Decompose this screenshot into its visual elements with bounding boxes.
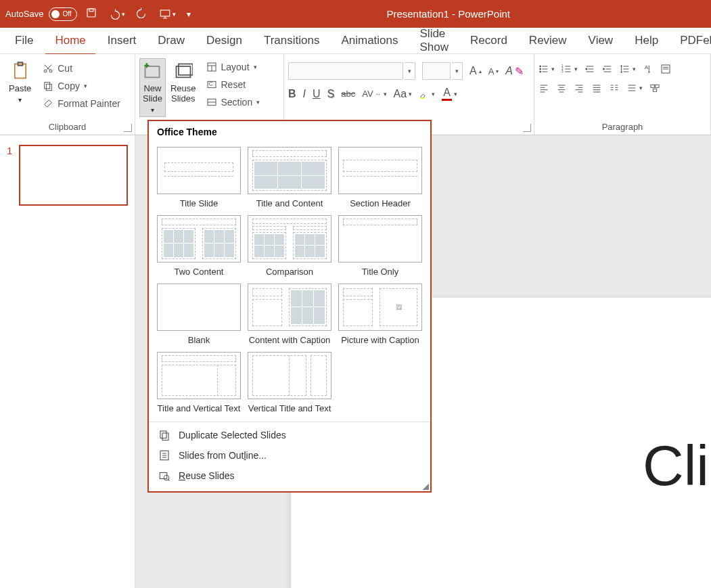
svg-point-18 xyxy=(540,71,541,72)
layout-vertical-title-and-text[interactable]: Vertical Title and Text xyxy=(248,352,331,415)
format-painter-label: Format Painter xyxy=(58,98,120,109)
tab-record[interactable]: Record xyxy=(461,30,517,51)
font-name-dropdown[interactable]: ▾ xyxy=(405,62,415,80)
brush-icon xyxy=(43,98,53,109)
svg-text:3: 3 xyxy=(561,70,564,73)
justify-button[interactable] xyxy=(591,83,602,93)
slide-thumbnail-panel[interactable]: 1 xyxy=(0,135,135,588)
scissors-icon xyxy=(43,63,53,74)
tab-home[interactable]: Home xyxy=(45,30,95,51)
font-size-input[interactable] xyxy=(422,62,451,80)
reuse-icon xyxy=(158,470,170,482)
numbering-button[interactable]: 123▾ xyxy=(561,64,578,74)
tab-view[interactable]: View xyxy=(579,30,623,51)
redo-icon[interactable] xyxy=(136,7,148,22)
layout-button[interactable]: Layout ▾ xyxy=(204,60,263,74)
align-text-button[interactable] xyxy=(660,64,671,74)
save-icon[interactable] xyxy=(85,7,97,22)
line-spacing-button[interactable]: ▾ xyxy=(620,64,636,74)
tab-review[interactable]: Review xyxy=(520,30,576,51)
increase-indent-button[interactable] xyxy=(602,64,613,74)
layout-title-and-vertical-text[interactable]: Title and Vertical Text xyxy=(157,352,241,415)
autosave-state: Off xyxy=(62,10,71,18)
svg-rect-27 xyxy=(160,431,166,438)
font-size-dropdown[interactable]: ▾ xyxy=(452,62,463,80)
tab-help[interactable]: Help xyxy=(625,30,668,51)
increase-font-button[interactable]: A▴ xyxy=(469,65,482,77)
chevron-down-icon: ▾ xyxy=(18,96,22,104)
layout-title-only[interactable]: Title Only xyxy=(338,215,422,278)
font-name-input[interactable] xyxy=(288,62,403,80)
section-label: Section xyxy=(221,97,253,108)
layout-section-header[interactable]: Section Header xyxy=(338,147,422,210)
shadow-button[interactable]: S xyxy=(327,88,335,100)
section-button[interactable]: Section ▾ xyxy=(204,95,263,110)
layout-comparison[interactable]: Comparison xyxy=(248,215,331,278)
char-spacing-button[interactable]: AV↔▾ xyxy=(362,89,386,99)
slide-thumbnail-1[interactable]: 1 xyxy=(7,145,128,206)
format-painter-button[interactable]: Format Painter xyxy=(40,96,123,111)
change-case-button[interactable]: Aa▾ xyxy=(394,88,413,100)
tab-file[interactable]: File xyxy=(5,30,43,51)
slide-number: 1 xyxy=(7,145,12,206)
layout-two-content[interactable]: Two Content xyxy=(157,215,241,278)
font-color-button[interactable]: A▾ xyxy=(442,87,457,101)
layout-blank[interactable]: Blank xyxy=(157,284,241,346)
group-paragraph: ▾ 123▾ ▾ A ▾ Paragraph xyxy=(534,54,711,135)
distribute-button[interactable]: ▾ xyxy=(626,83,643,93)
reuse-slides-icon xyxy=(174,62,193,81)
autosave-control[interactable]: AutoSave Off xyxy=(5,7,77,21)
italic-button[interactable]: I xyxy=(303,88,306,100)
new-slide-button[interactable]: New Slide ▾ xyxy=(139,58,166,117)
layout-picture-with-caption[interactable]: 🖼 Picture with Caption xyxy=(338,284,422,346)
align-left-button[interactable] xyxy=(538,83,549,93)
reuse-slides-button[interactable]: Reuse Slides xyxy=(166,58,201,107)
clear-formatting-button[interactable]: A✎ xyxy=(505,65,524,78)
svg-rect-26 xyxy=(653,89,656,91)
bullets-button[interactable]: ▾ xyxy=(538,64,555,74)
font-launcher[interactable] xyxy=(523,124,531,132)
columns-button[interactable] xyxy=(609,83,620,93)
tab-pdfelement[interactable]: PDFelem xyxy=(670,30,711,51)
reuse-slides-item[interactable]: Reuse Slides xyxy=(149,466,430,486)
reset-button[interactable]: Reset xyxy=(204,77,263,92)
tab-animations[interactable]: Animations xyxy=(331,30,407,51)
underline-button[interactable]: U xyxy=(313,88,321,100)
tab-transitions[interactable]: Transitions xyxy=(254,30,329,51)
svg-rect-7 xyxy=(45,83,50,89)
present-icon[interactable]: ▾ xyxy=(159,8,176,20)
tab-draw[interactable]: Draw xyxy=(148,30,194,51)
slide-thumbnail[interactable] xyxy=(19,145,128,206)
cut-button[interactable]: Cut xyxy=(40,61,123,76)
decrease-indent-button[interactable] xyxy=(584,64,595,74)
slides-from-outline-item[interactable]: Slides from Outline... xyxy=(149,445,430,466)
undo-icon[interactable]: ▾ xyxy=(108,8,125,20)
autosave-toggle[interactable]: Off xyxy=(49,7,77,21)
bold-button[interactable]: B xyxy=(288,88,296,100)
chevron-down-icon: ▾ xyxy=(256,99,260,106)
copy-button[interactable]: Copy ▾ xyxy=(40,78,123,93)
duplicate-slides-item[interactable]: Duplicate Selected Slides xyxy=(149,425,430,445)
layout-title-slide[interactable]: Title Slide xyxy=(157,147,241,210)
new-slide-label: New Slide xyxy=(143,83,162,104)
tab-slideshow[interactable]: Slide Show xyxy=(411,23,459,58)
tab-insert[interactable]: Insert xyxy=(98,30,146,51)
svg-point-17 xyxy=(540,68,541,70)
slide-title-placeholder[interactable]: Clic xyxy=(643,433,711,499)
layout-title-and-content[interactable]: Title and Content xyxy=(248,147,331,210)
duplicate-icon xyxy=(158,429,170,441)
decrease-font-button[interactable]: A▾ xyxy=(488,66,499,76)
smartart-button[interactable] xyxy=(649,83,660,93)
highlight-button[interactable]: ▾ xyxy=(419,89,435,99)
paste-button[interactable]: Paste ▾ xyxy=(4,58,36,107)
align-right-button[interactable] xyxy=(574,83,584,93)
strikethrough-button[interactable]: abc xyxy=(341,89,355,99)
text-direction-button[interactable]: A xyxy=(643,64,653,74)
align-center-button[interactable] xyxy=(556,83,567,93)
layout-grid: Title Slide Title and Content Section He… xyxy=(149,143,430,422)
tab-design[interactable]: Design xyxy=(197,30,252,51)
gallery-resize-handle[interactable] xyxy=(422,483,429,490)
svg-rect-2 xyxy=(161,10,170,16)
layout-content-with-caption[interactable]: Content with Caption xyxy=(248,284,331,346)
clipboard-launcher[interactable] xyxy=(124,124,132,132)
